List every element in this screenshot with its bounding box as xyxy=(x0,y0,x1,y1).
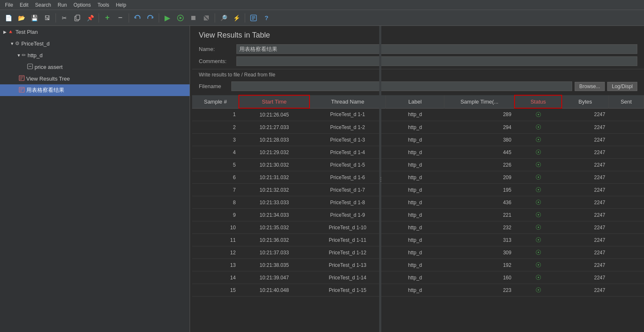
filename-input[interactable] xyxy=(231,81,572,91)
cell-bytes: 2247 xyxy=(562,209,609,221)
price-assert-icon xyxy=(27,63,33,71)
function-button[interactable]: ⚡ xyxy=(231,12,242,24)
sep6 xyxy=(245,13,245,23)
cell-status: ☉ xyxy=(515,234,561,246)
cell-sample-time: 195 xyxy=(444,184,515,196)
menu-edit[interactable]: Edit xyxy=(16,1,32,9)
cell-label: http_d xyxy=(385,271,444,284)
tree-item-view-results-table[interactable]: 用表格察看结果 xyxy=(0,84,190,96)
cell-sample-time: 313 xyxy=(444,234,515,246)
panel-title: View Results in Table xyxy=(192,26,644,43)
name-row: Name: xyxy=(192,43,644,55)
menu-options[interactable]: Options xyxy=(70,1,94,9)
run-button[interactable]: ▶ xyxy=(162,12,173,24)
name-label: Name: xyxy=(199,46,236,52)
name-input[interactable] xyxy=(236,44,637,54)
col-header-thread-name[interactable]: Thread Name xyxy=(309,95,386,108)
log-display-button[interactable]: Log/Displ xyxy=(607,82,637,91)
open-button[interactable]: 📂 xyxy=(15,12,27,24)
table-row[interactable]: 3 10:21:28.033 PriceTest_d 1-3 http_d 38… xyxy=(192,134,644,146)
cell-sample-time: 160 xyxy=(444,271,515,284)
table-row[interactable]: 8 10:21:33.033 PriceTest_d 1-8 http_d 43… xyxy=(192,196,644,209)
col-header-sample[interactable]: Sample # xyxy=(192,95,239,108)
cell-sample: 13 xyxy=(192,259,239,271)
table-row[interactable]: 13 10:21:38.035 PriceTest_d 1-13 http_d … xyxy=(192,259,644,271)
table-row[interactable]: 15 10:21:40.048 PriceTest_d 1-15 http_d … xyxy=(192,284,644,297)
browse-button[interactable]: Browse... xyxy=(575,82,605,91)
save-as-button[interactable]: 🖫 xyxy=(41,12,53,24)
stop-button[interactable]: ⏹ xyxy=(188,12,199,24)
cell-start-time: 10:21:27.033 xyxy=(239,121,309,134)
comments-input[interactable] xyxy=(236,56,637,66)
save-button[interactable]: 💾 xyxy=(28,12,40,24)
copy-button[interactable] xyxy=(71,12,83,24)
cell-bytes: 2247 xyxy=(562,246,609,259)
menu-tools[interactable]: Tools xyxy=(94,1,112,9)
menu-help[interactable]: Help xyxy=(112,1,129,9)
col-header-sample-time[interactable]: Sample Time(... xyxy=(444,95,515,108)
col-header-label[interactable]: Label xyxy=(385,95,444,108)
cell-thread-name: PriceTest_d 1-4 xyxy=(309,146,386,159)
cell-status: ☉ xyxy=(515,259,561,271)
cell-sample: 15 xyxy=(192,284,239,297)
menu-search[interactable]: Search xyxy=(32,1,54,9)
table-row[interactable]: 1 10:21:26.045 PriceTest_d 1-1 http_d 28… xyxy=(192,108,644,121)
cell-thread-name: PriceTest_d 1-15 xyxy=(309,284,386,297)
cell-sample-time: 192 xyxy=(444,259,515,271)
table-row[interactable]: 6 10:21:31.032 PriceTest_d 1-6 http_d 20… xyxy=(192,171,644,184)
menu-run[interactable]: Run xyxy=(54,1,70,9)
cell-sent xyxy=(609,146,644,159)
table-row[interactable]: 7 10:21:32.032 PriceTest_d 1-7 http_d 19… xyxy=(192,184,644,196)
cut-button[interactable]: ✂ xyxy=(58,12,70,24)
remove-button[interactable]: − xyxy=(114,12,126,24)
status-ok-icon: ☉ xyxy=(535,249,541,256)
cell-sample-time: 209 xyxy=(444,171,515,184)
cell-label: http_d xyxy=(385,159,444,171)
run-no-pause-button[interactable] xyxy=(175,12,186,24)
table-row[interactable]: 2 10:21:27.033 PriceTest_d 1-2 http_d 29… xyxy=(192,121,644,134)
table-row[interactable]: 10 10:21:35.032 PriceTest_d 1-10 http_d … xyxy=(192,221,644,234)
table-row[interactable]: 5 10:21:30.032 PriceTest_d 1-5 http_d 22… xyxy=(192,159,644,171)
cell-sample-time: 309 xyxy=(444,246,515,259)
cell-status: ☉ xyxy=(515,134,561,146)
table-row[interactable]: 9 10:21:34.033 PriceTest_d 1-9 http_d 22… xyxy=(192,209,644,221)
table-row[interactable]: 11 10:21:36.032 PriceTest_d 1-11 http_d … xyxy=(192,234,644,246)
help-button[interactable]: ? xyxy=(261,12,272,24)
paste-button[interactable]: 📌 xyxy=(84,12,96,24)
table-row[interactable]: 4 10:21:29.032 PriceTest_d 1-4 http_d 44… xyxy=(192,146,644,159)
cell-sample-time: 289 xyxy=(444,108,515,121)
table-row[interactable]: 12 10:21:37.033 PriceTest_d 1-12 http_d … xyxy=(192,246,644,259)
new-button[interactable]: 📄 xyxy=(3,12,14,24)
template-button[interactable] xyxy=(248,12,259,24)
table-row[interactable]: 14 10:21:39.047 PriceTest_d 1-14 http_d … xyxy=(192,271,644,284)
menu-file[interactable]: File xyxy=(2,1,16,9)
tree-item-price-assert[interactable]: price assert xyxy=(0,61,190,73)
cell-start-time: 10:21:38.035 xyxy=(239,259,309,271)
panel-resize-handle[interactable]: ⋮ xyxy=(379,26,381,332)
col-header-start-time[interactable]: Start Time xyxy=(239,95,309,108)
col-header-bytes[interactable]: Bytes xyxy=(562,95,609,108)
col-header-sent[interactable]: Sent xyxy=(609,95,644,108)
cell-label: http_d xyxy=(385,259,444,271)
stop-now-button[interactable] xyxy=(200,12,212,24)
status-ok-icon: ☉ xyxy=(535,186,541,193)
cell-label: http_d xyxy=(385,196,444,209)
cell-label: http_d xyxy=(385,284,444,297)
tree-item-http-d[interactable]: ▼ ✏ http_d xyxy=(0,49,190,61)
cell-label: http_d xyxy=(385,246,444,259)
table-body: 1 10:21:26.045 PriceTest_d 1-1 http_d 28… xyxy=(192,108,644,297)
cell-sent xyxy=(609,184,644,196)
col-header-status[interactable]: Status xyxy=(515,95,561,108)
cell-status: ☉ xyxy=(515,271,561,284)
tree-item-view-results-tree[interactable]: View Results Tree xyxy=(0,73,190,84)
cell-start-time: 10:21:36.032 xyxy=(239,234,309,246)
undo-button[interactable] xyxy=(132,12,143,24)
redo-button[interactable] xyxy=(145,12,156,24)
add-button[interactable]: + xyxy=(101,12,113,24)
cell-thread-name: PriceTest_d 1-9 xyxy=(309,209,386,221)
price-test-icon: ⚙ xyxy=(15,41,20,46)
tree-item-price-test[interactable]: ▼ ⚙ PriceTest_d xyxy=(0,38,190,49)
clear-button[interactable]: 🔎 xyxy=(218,12,229,24)
cell-bytes: 2247 xyxy=(562,171,609,184)
tree-item-test-plan[interactable]: ▶ 🔺 Test Plan xyxy=(0,26,190,38)
